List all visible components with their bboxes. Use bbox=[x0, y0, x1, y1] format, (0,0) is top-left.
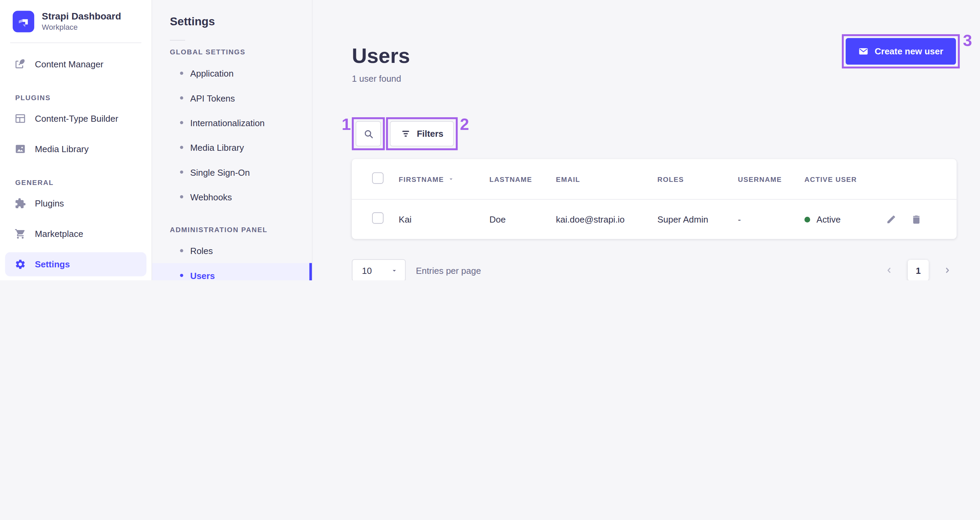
active-status-dot bbox=[805, 216, 810, 222]
subnav-item-internationalization[interactable]: Internationalization bbox=[152, 110, 312, 135]
marketplace-icon bbox=[15, 228, 26, 240]
chevron-right-icon bbox=[943, 266, 951, 275]
annotation-box-2: Filters bbox=[387, 117, 458, 150]
column-header-firstname[interactable]: FIRSTNAME bbox=[399, 175, 489, 183]
subnav-item-webhooks[interactable]: Webhooks bbox=[152, 184, 312, 209]
sort-caret-down-icon bbox=[448, 176, 454, 182]
subnav-item-label: Internationalization bbox=[190, 118, 265, 128]
content-type-builder-icon bbox=[15, 113, 26, 124]
search-icon bbox=[363, 128, 374, 139]
envelope-icon bbox=[858, 46, 869, 56]
annotation-number-3: 3 bbox=[963, 33, 972, 48]
next-page-button[interactable] bbox=[943, 266, 951, 275]
subnav-item-label: Media Library bbox=[190, 142, 244, 153]
select-all-checkbox[interactable] bbox=[372, 172, 383, 183]
bullet-icon bbox=[180, 249, 183, 252]
bullet-icon bbox=[180, 121, 183, 124]
annotation-number-2: 2 bbox=[460, 117, 469, 131]
plugins-icon bbox=[15, 198, 26, 209]
subnav-item-label: API Tokens bbox=[190, 93, 235, 103]
cell-username: - bbox=[738, 215, 805, 224]
main-navigation: Strapi Dashboard Workplace Content Manag… bbox=[0, 0, 152, 280]
nav-item-media-library[interactable]: Media Library bbox=[5, 137, 146, 161]
subnav-item-label: Roles bbox=[190, 245, 213, 256]
nav-item-label: Media Library bbox=[35, 144, 89, 154]
table-row[interactable]: Kai Doe kai.doe@strapi.io Super Admin - … bbox=[352, 199, 957, 239]
annotation-number-1: 1 bbox=[342, 117, 351, 131]
filters-button[interactable]: Filters bbox=[390, 121, 454, 146]
subnav-item-api-tokens[interactable]: API Tokens bbox=[152, 86, 312, 110]
table-header-row: FIRSTNAME LASTNAME EMAIL ROLES USERNAME … bbox=[352, 159, 957, 199]
cell-active-user: Active bbox=[805, 215, 874, 224]
page-size-value: 10 bbox=[362, 265, 372, 275]
users-settings-page: Users 1 user found Create new user 3 1 bbox=[313, 0, 980, 280]
create-new-user-button[interactable]: Create new user bbox=[846, 38, 956, 65]
annotation-box-1 bbox=[352, 117, 385, 150]
pagination-bar: 10 Entries per page 1 bbox=[352, 259, 957, 280]
nav-section-plugins-label: PLUGINS bbox=[15, 94, 151, 102]
bullet-icon bbox=[180, 274, 183, 277]
create-user-annotation-wrap: Create new user 3 bbox=[842, 34, 960, 68]
subnav-item-label: Application bbox=[190, 68, 234, 78]
settings-sub-navigation: Settings GLOBAL SETTINGS Application API… bbox=[152, 0, 313, 280]
nav-item-content-type-builder[interactable]: Content-Type Builder bbox=[5, 107, 146, 130]
chevron-left-icon bbox=[885, 266, 893, 275]
trash-icon bbox=[911, 214, 921, 225]
column-header-active-user[interactable]: ACTIVE USER bbox=[805, 175, 874, 183]
bullet-icon bbox=[180, 170, 183, 174]
delete-user-button[interactable] bbox=[910, 214, 921, 225]
bullet-icon bbox=[180, 146, 183, 149]
search-button[interactable] bbox=[356, 121, 381, 146]
edit-user-button[interactable] bbox=[885, 214, 896, 225]
cell-email: kai.doe@strapi.io bbox=[556, 215, 657, 224]
subnav-item-application[interactable]: Application bbox=[152, 61, 312, 86]
filter-icon bbox=[401, 129, 411, 139]
column-header-username[interactable]: USERNAME bbox=[738, 175, 805, 183]
nav-item-plugins[interactable]: Plugins bbox=[5, 192, 146, 216]
strapi-logo-icon bbox=[13, 11, 34, 32]
caret-down-icon bbox=[391, 267, 398, 274]
main-nav-list: Content Manager PLUGINS Content-Type Bui… bbox=[0, 43, 151, 277]
strapi-admin-app: Strapi Dashboard Workplace Content Manag… bbox=[0, 0, 980, 280]
column-label: FIRSTNAME bbox=[399, 175, 444, 183]
row-checkbox[interactable] bbox=[372, 212, 383, 224]
subnav-title: Settings bbox=[170, 15, 312, 29]
annotation-box-3: Create new user bbox=[842, 34, 960, 68]
cell-lastname: Doe bbox=[489, 215, 556, 224]
nav-item-settings[interactable]: Settings bbox=[5, 252, 146, 276]
brand-subtitle: Workplace bbox=[42, 22, 121, 32]
nav-item-content-manager[interactable]: Content Manager bbox=[5, 52, 146, 76]
content-manager-icon bbox=[15, 59, 26, 70]
list-toolbar: 1 Filters 2 bbox=[342, 117, 469, 150]
column-header-roles[interactable]: ROLES bbox=[657, 175, 738, 183]
nav-section-general-label: GENERAL bbox=[15, 179, 151, 186]
previous-page-button[interactable] bbox=[885, 266, 893, 275]
workspace-switcher[interactable]: Strapi Dashboard Workplace bbox=[0, 0, 151, 43]
create-new-user-label: Create new user bbox=[875, 46, 943, 56]
nav-item-marketplace[interactable]: Marketplace bbox=[5, 222, 146, 246]
settings-gear-icon bbox=[15, 259, 26, 270]
bullet-icon bbox=[180, 195, 183, 198]
bullet-icon bbox=[180, 96, 183, 100]
subnav-item-single-sign-on[interactable]: Single Sign-On bbox=[152, 160, 312, 184]
user-count-subtitle: 1 user found bbox=[352, 73, 980, 83]
row-actions bbox=[874, 214, 957, 225]
nav-item-label: Settings bbox=[35, 259, 70, 270]
page-1-button[interactable]: 1 bbox=[908, 260, 929, 280]
column-header-lastname[interactable]: LASTNAME bbox=[489, 175, 556, 183]
pencil-icon bbox=[885, 214, 896, 225]
brand-title: Strapi Dashboard bbox=[42, 11, 121, 23]
users-table: FIRSTNAME LASTNAME EMAIL ROLES USERNAME … bbox=[352, 159, 957, 239]
column-header-email[interactable]: EMAIL bbox=[556, 175, 657, 183]
subnav-item-label: Users bbox=[190, 270, 215, 280]
subnav-item-users[interactable]: Users bbox=[152, 263, 312, 280]
entries-per-page-label: Entries per page bbox=[416, 265, 481, 275]
page-size-select[interactable]: 10 bbox=[352, 259, 406, 280]
subnav-item-media-library[interactable]: Media Library bbox=[152, 135, 312, 160]
divider bbox=[170, 40, 185, 41]
pager: 1 bbox=[885, 260, 956, 280]
subnav-item-roles[interactable]: Roles bbox=[152, 238, 312, 263]
nav-item-label: Content-Type Builder bbox=[35, 113, 118, 124]
nav-item-label: Content Manager bbox=[35, 59, 103, 69]
cell-firstname: Kai bbox=[399, 215, 489, 224]
